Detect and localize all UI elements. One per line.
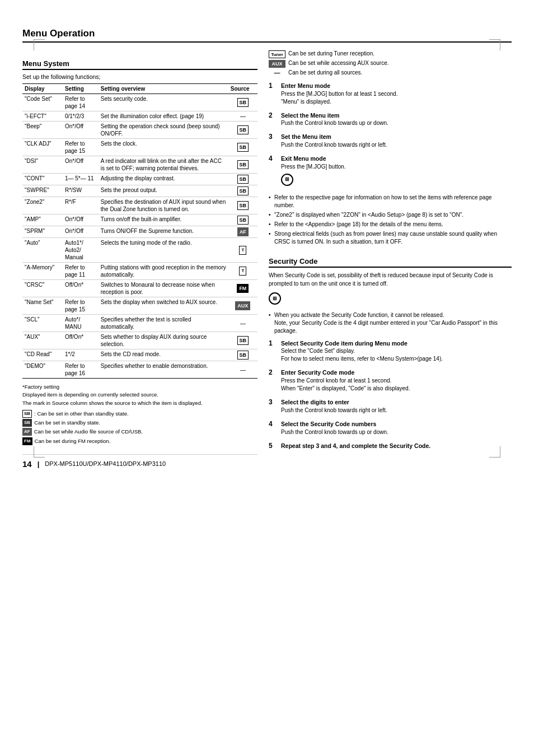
cell-display: "CD Read" bbox=[22, 349, 63, 361]
menu-table: Display Setting Setting overview Source … bbox=[22, 83, 257, 379]
cell-display: "CLK ADJ" bbox=[22, 139, 63, 156]
cell-setting: On*/Off bbox=[63, 122, 99, 139]
cell-setting: R*/SW bbox=[63, 185, 99, 197]
sec-step-4-title: Select the Security Code numbers bbox=[281, 420, 512, 428]
footer-note-1: *Factory setting bbox=[22, 383, 257, 391]
sec-step-2-body: Press the Control knob for at least 1 se… bbox=[281, 377, 512, 393]
right-legend: Tuner Can be set during Tuner reception.… bbox=[269, 50, 512, 76]
table-row: "SCL"Auto*/ MANUSpecifies whether the te… bbox=[22, 315, 257, 332]
cell-overview: Sets whether to display AUX during sourc… bbox=[99, 332, 228, 349]
step-2-title: Select the Menu item bbox=[281, 111, 512, 120]
security-step-3: 3 Select the digits to enter Push the Co… bbox=[269, 398, 512, 414]
aux-badge: AUX bbox=[269, 60, 285, 68]
cell-source: SB bbox=[228, 349, 257, 361]
cell-setting: Refer to page 15 bbox=[63, 297, 99, 315]
col-header-setting: Setting bbox=[63, 84, 99, 94]
menu-notes: Refer to the respective page for informa… bbox=[269, 194, 512, 246]
cell-source: — bbox=[228, 111, 257, 122]
aux-legend-text: Can be set while accessing AUX source. bbox=[288, 60, 389, 66]
cell-display: "Beep" bbox=[22, 122, 63, 139]
menu-steps: 1 Enter Menu mode Press the [M.JOG] butt… bbox=[269, 82, 512, 188]
sec-step-2-title: Enter Security Code mode bbox=[281, 368, 512, 377]
step-4-title: Exit Menu mode bbox=[281, 155, 512, 163]
cell-source: FM bbox=[228, 280, 257, 297]
cell-display: "Auto" bbox=[22, 238, 63, 263]
cell-setting: 1— 5*— 11 bbox=[63, 174, 99, 185]
page-title: Menu Operation bbox=[22, 28, 512, 43]
source-badge: SB bbox=[237, 201, 249, 210]
page-number: 14 bbox=[22, 459, 32, 469]
cell-source: SB bbox=[228, 156, 257, 174]
tuner-badge: Tuner bbox=[269, 50, 285, 58]
col-header-overview: Setting overview bbox=[99, 84, 228, 94]
security-title: Security Code bbox=[269, 257, 512, 268]
cell-setting: Auto*/ MANU bbox=[63, 315, 99, 332]
source-badge: SB bbox=[237, 186, 249, 195]
all-sources-dash: — bbox=[269, 69, 285, 76]
menu-system-subtitle: Set up the following functions; bbox=[22, 73, 257, 80]
cell-setting: Off/On* bbox=[63, 332, 99, 349]
cell-source: SB bbox=[228, 94, 257, 111]
note-3: Refer to the <Appendix> (page 18) for th… bbox=[269, 221, 512, 228]
security-step-1: 1 Select Security Code item during Menu … bbox=[269, 339, 512, 363]
sb-filled-badge: SB bbox=[22, 419, 32, 427]
table-row: "DSI"On*/OffA red indicator will blink o… bbox=[22, 156, 257, 174]
note-icon-menu: ⊞ bbox=[281, 174, 293, 186]
cell-overview: Adjusting the display contrast. bbox=[99, 174, 228, 185]
cell-overview: Sets the CD read mode. bbox=[99, 349, 228, 361]
col-header-display: Display bbox=[22, 84, 63, 94]
fm-desc: Can be set during FM reception. bbox=[35, 437, 111, 445]
cell-overview: Sets the clock. bbox=[99, 139, 228, 156]
note-2: "Zone2" is displayed when "2ZON" in <Aud… bbox=[269, 211, 512, 219]
cell-overview: Set the illumination color effect. (page… bbox=[99, 111, 228, 122]
tuner-legend-text: Can be set during Tuner reception. bbox=[288, 50, 374, 57]
table-row: "CLK ADJ"Refer to page 15Sets the clock.… bbox=[22, 139, 257, 156]
table-row: "Name Set"Refer to page 15Sets the displ… bbox=[22, 297, 257, 315]
cell-overview: A red indicator will blink on the unit a… bbox=[99, 156, 228, 174]
menu-system-title: Menu System bbox=[22, 59, 257, 70]
step-1: 1 Enter Menu mode Press the [M.JOG] butt… bbox=[269, 82, 512, 106]
security-step-4: 4 Select the Security Code numbers Push … bbox=[269, 420, 512, 436]
step-4: 4 Exit Menu mode Press the [M.JOG] butto… bbox=[269, 155, 512, 188]
table-row: "CRSC"Off/On*Switches to Monaural to dec… bbox=[22, 280, 257, 297]
legend-tuner: Tuner Can be set during Tuner reception. bbox=[269, 50, 512, 58]
source-badge: SB bbox=[237, 216, 249, 225]
security-section: Security Code When Security Code is set,… bbox=[269, 257, 512, 450]
table-row: "Auto"Auto1*/ Auto2/ ManualSelects the t… bbox=[22, 238, 257, 263]
cell-display: "SCL" bbox=[22, 315, 63, 332]
right-column: Tuner Can be set during Tuner reception.… bbox=[269, 50, 512, 469]
cell-setting: Off/On* bbox=[63, 280, 99, 297]
cell-display: "Code Set" bbox=[22, 94, 63, 111]
footer-notes: *Factory setting Displayed item is depen… bbox=[22, 383, 257, 445]
cell-display: "SPRM" bbox=[22, 226, 63, 238]
sec-step-3-body: Push the Control knob towards right or l… bbox=[281, 407, 512, 414]
security-notes: When you activate the Security Code func… bbox=[269, 311, 512, 335]
step-2-body: Push the Control knob towards up or down… bbox=[281, 119, 512, 127]
cell-setting: 1*/2 bbox=[63, 349, 99, 361]
cell-display: "DEMO" bbox=[22, 361, 63, 379]
source-badge: SB bbox=[237, 160, 249, 169]
security-step-2: 2 Enter Security Code mode Press the Con… bbox=[269, 368, 512, 393]
table-row: "Code Set"Refer to page 14Sets security … bbox=[22, 94, 257, 111]
model-text: DPX-MP5110U/DPX-MP4110/DPX-MP3110 bbox=[45, 460, 166, 467]
corner-mark-bl bbox=[34, 446, 45, 458]
cell-overview: Setting the operation check sound (beep … bbox=[99, 122, 228, 139]
sb-outline-desc: : Can be set in other than standby state… bbox=[34, 410, 128, 418]
cell-setting: On*/Off bbox=[63, 156, 99, 174]
source-badge: SB bbox=[237, 175, 249, 184]
footer-note-3: The mark in Source column shows the sour… bbox=[22, 399, 257, 407]
cell-overview: Specifies whether the text is scrolled a… bbox=[99, 315, 228, 332]
source-badge: FM bbox=[237, 284, 249, 293]
table-row: "A-Memory"Refer to page 11Putting statio… bbox=[22, 263, 257, 280]
cell-display: "CONT" bbox=[22, 174, 63, 185]
cell-display: "SWPRE" bbox=[22, 185, 63, 197]
corner-mark-tl bbox=[34, 39, 45, 50]
af-badge: AF bbox=[22, 428, 32, 436]
table-row: "SPRM"On*/OffTurns ON/OFF the Supreme fu… bbox=[22, 226, 257, 238]
cell-overview: Specifies whether to enable demonstratio… bbox=[99, 361, 228, 379]
cell-setting: R*/F bbox=[63, 197, 99, 214]
source-badge: SB bbox=[237, 125, 249, 134]
sec-step-3-title: Select the digits to enter bbox=[281, 398, 512, 407]
cell-display: "CRSC" bbox=[22, 280, 63, 297]
cell-setting: Refer to page 11 bbox=[63, 263, 99, 280]
